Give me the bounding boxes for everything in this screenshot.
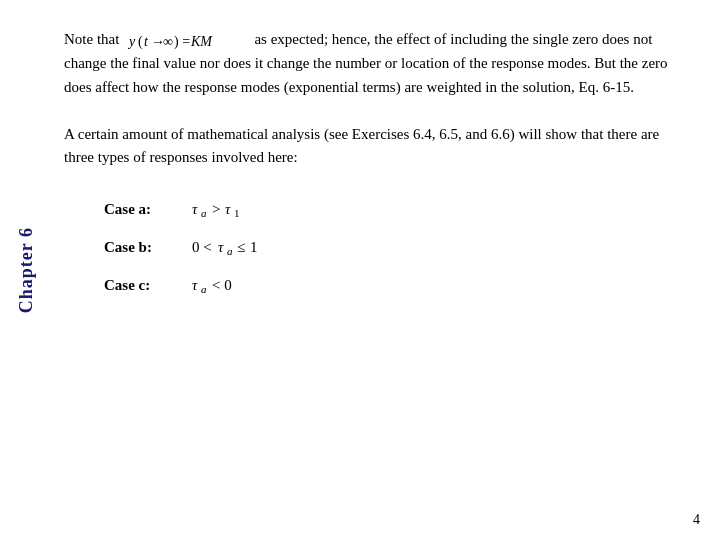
- formula-y-t-infinity: y ( t → ∞ ) = KM: [127, 29, 247, 53]
- svg-text:a: a: [201, 207, 207, 219]
- svg-text:∞: ∞: [163, 34, 173, 49]
- cases-section: Case a: τ a > τ 1 Case b: 0 <: [64, 197, 688, 297]
- svg-text:1: 1: [234, 207, 240, 219]
- chapter-label: Chapter 6: [16, 227, 37, 313]
- page-container: Chapter 6 Note that y ( t → ∞ ) = KM as …: [0, 0, 720, 540]
- case-row-b: Case b: 0 < τ a ≤ 1: [104, 235, 688, 259]
- case-row-a: Case a: τ a > τ 1: [104, 197, 688, 221]
- case-a-label: Case a:: [104, 201, 174, 218]
- svg-text:< 0: < 0: [212, 277, 232, 293]
- svg-text:KM: KM: [190, 34, 213, 49]
- page-number: 4: [693, 512, 700, 528]
- case-a-math: τ a > τ 1: [190, 197, 280, 221]
- svg-text:τ: τ: [225, 201, 231, 217]
- case-c-label: Case c:: [104, 277, 174, 294]
- case-c-math: τ a < 0: [190, 273, 280, 297]
- svg-text:) =: ) =: [174, 34, 190, 50]
- svg-text:τ: τ: [218, 239, 224, 255]
- sidebar: Chapter 6: [0, 0, 52, 540]
- svg-text:τ: τ: [192, 201, 198, 217]
- svg-text:y: y: [127, 34, 136, 49]
- svg-text:1: 1: [250, 239, 258, 255]
- content-area: Note that y ( t → ∞ ) = KM as expected; …: [52, 0, 720, 540]
- svg-text:≤: ≤: [237, 239, 245, 255]
- svg-text:a: a: [227, 245, 233, 257]
- case-b-math: 0 < τ a ≤ 1: [190, 235, 300, 259]
- note-prefix: Note that: [64, 31, 123, 47]
- svg-text:a: a: [201, 283, 207, 295]
- second-paragraph: A certain amount of mathematical analysi…: [64, 123, 688, 170]
- svg-text:t: t: [144, 34, 149, 49]
- svg-text:0 <: 0 <: [192, 239, 212, 255]
- case-row-c: Case c: τ a < 0: [104, 273, 688, 297]
- case-b-label: Case b:: [104, 239, 174, 256]
- svg-text:τ: τ: [192, 277, 198, 293]
- svg-text:(: (: [138, 34, 143, 50]
- svg-text:>: >: [212, 201, 220, 217]
- first-paragraph: Note that y ( t → ∞ ) = KM as expected; …: [64, 28, 688, 99]
